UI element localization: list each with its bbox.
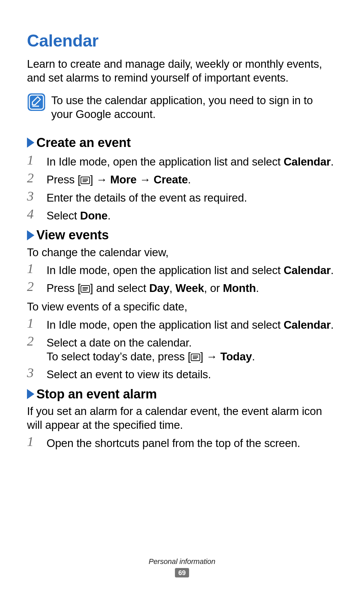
step-text: Press [] → More → Create.	[47, 171, 337, 186]
step-number: 2	[27, 334, 40, 348]
chevron-right-icon	[27, 389, 34, 399]
list-item: 3 Select an event to view its details.	[27, 366, 337, 381]
step-number: 2	[27, 171, 40, 185]
chevron-right-icon	[27, 230, 34, 240]
step-text: In Idle mode, open the application list …	[47, 317, 337, 332]
chevron-right-icon	[27, 138, 34, 148]
list-item: 4 Select Done.	[27, 207, 337, 222]
list-item: 1 Open the shortcuts panel from the top …	[27, 435, 337, 450]
step-text: Select an event to view its details.	[47, 366, 337, 381]
step-text: Select Done.	[47, 207, 337, 222]
steps-stop: 1 Open the shortcuts panel from the top …	[27, 435, 337, 450]
subhead-stop-alarm: Stop an event alarm	[27, 386, 337, 402]
page-title: Calendar	[27, 30, 337, 52]
menu-key-icon	[81, 285, 90, 293]
step-text: In Idle mode, open the application list …	[47, 153, 337, 169]
step-number: 3	[27, 189, 40, 203]
subhead-label: Stop an event alarm	[36, 386, 157, 402]
subhead-create-event: Create an event	[27, 135, 337, 151]
list-item: 1 In Idle mode, open the application lis…	[27, 153, 337, 169]
step-number: 1	[27, 435, 40, 448]
paragraph: To view events of a specific date,	[27, 300, 337, 314]
subhead-view-events: View events	[27, 227, 337, 243]
step-text: Enter the details of the event as requir…	[47, 189, 337, 205]
intro-text: Learn to create and manage daily, weekly…	[27, 57, 337, 85]
list-item: 2 Press [] and select Day, Week, or Mont…	[27, 280, 337, 295]
page-number-badge: 69	[175, 568, 189, 577]
list-item: 2 Select a date on the calendar. To sele…	[27, 334, 337, 364]
step-text: Open the shortcuts panel from the top of…	[47, 435, 337, 450]
steps-view-b: 1 In Idle mode, open the application lis…	[27, 317, 337, 382]
step-number: 1	[27, 153, 40, 167]
subhead-label: Create an event	[36, 135, 131, 151]
note-icon	[28, 93, 45, 111]
menu-key-icon	[191, 354, 200, 361]
step-number: 1	[27, 262, 40, 275]
paragraph: To change the calendar view,	[27, 245, 337, 259]
paragraph: If you set an alarm for a calendar event…	[27, 404, 337, 432]
list-item: 1 In Idle mode, open the application lis…	[27, 317, 337, 332]
steps-view-a: 1 In Idle mode, open the application lis…	[27, 262, 337, 295]
step-text: In Idle mode, open the application list …	[47, 262, 337, 277]
step-number: 4	[27, 207, 40, 221]
note-box: To use the calendar application, you nee…	[27, 93, 337, 121]
step-number: 2	[27, 280, 40, 293]
list-item: 3 Enter the details of the event as requ…	[27, 189, 337, 205]
step-text: Press [] and select Day, Week, or Month.	[47, 280, 337, 295]
footer-section-name: Personal information	[0, 557, 364, 566]
page-footer: Personal information 69	[0, 557, 364, 578]
steps-create: 1 In Idle mode, open the application lis…	[27, 153, 337, 222]
step-text: Select a date on the calendar. To select…	[47, 334, 337, 364]
list-item: 2 Press [] → More → Create.	[27, 171, 337, 186]
menu-key-icon	[81, 177, 90, 184]
step-number: 1	[27, 317, 40, 330]
subhead-label: View events	[36, 227, 109, 243]
step-number: 3	[27, 366, 40, 380]
list-item: 1 In Idle mode, open the application lis…	[27, 262, 337, 277]
note-text: To use the calendar application, you nee…	[51, 93, 336, 121]
